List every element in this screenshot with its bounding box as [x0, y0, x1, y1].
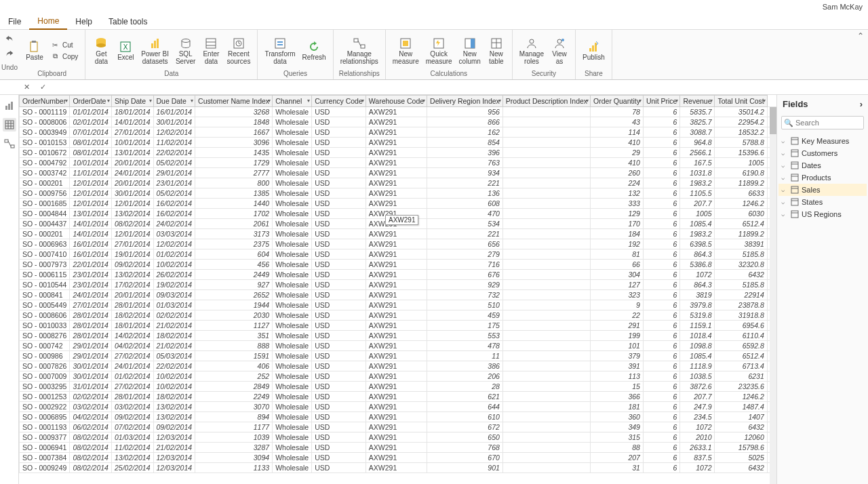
table-cell[interactable]: AXW291	[366, 422, 427, 432]
table-cell[interactable]	[502, 392, 590, 402]
table-cell[interactable]: 16/01/2014	[70, 249, 112, 260]
table-cell[interactable]: 2566.1	[680, 148, 715, 158]
table-row[interactable]: SO - 000738408/02/201413/02/201412/03/20…	[20, 453, 777, 463]
table-cell[interactable]: AXW291	[366, 219, 427, 229]
table-cell[interactable]: 644	[427, 402, 503, 412]
column-filter-icon[interactable]: ▾	[268, 98, 271, 104]
table-cell[interactable]: AXW291	[366, 229, 427, 239]
table-cell[interactable]: USD	[312, 219, 366, 229]
table-cell[interactable]: 9	[591, 300, 644, 310]
table-cell[interactable]: 315	[591, 432, 644, 443]
table-cell[interactable]: 349	[591, 422, 644, 432]
table-cell[interactable]: 27/01/2014	[111, 239, 153, 249]
table-cell[interactable]: 19/01/2014	[111, 249, 153, 260]
table-cell[interactable]: AXW291	[366, 270, 427, 280]
table-cell[interactable]: 02/01/2014	[70, 117, 112, 127]
table-cell[interactable]: 1159.1	[680, 321, 715, 331]
table-cell[interactable]: SO - 0006963	[20, 239, 70, 249]
table-cell[interactable]: 13/02/2014	[111, 270, 153, 280]
table-cell[interactable]: 66	[591, 260, 644, 270]
table-cell[interactable]: 864.3	[680, 280, 715, 290]
table-cell[interactable]: 16/02/2014	[153, 199, 195, 209]
fields-chevron-icon[interactable]: ›	[860, 99, 863, 109]
table-cell[interactable]: 1005	[680, 209, 715, 219]
table-cell[interactable]: AXW291	[366, 249, 427, 260]
table-cell[interactable]: Wholesale	[273, 392, 312, 402]
table-cell[interactable]: 6	[643, 280, 680, 290]
table-cell[interactable]: 24/02/2014	[153, 219, 195, 229]
table-cell[interactable]: 25/02/2014	[111, 463, 153, 473]
table-cell[interactable]: AXW291	[366, 168, 427, 178]
table-cell[interactable]: AXW291	[366, 290, 427, 300]
table-cell[interactable]: AXW291	[366, 402, 427, 412]
table-cell[interactable]: 38391	[715, 239, 767, 249]
table-row[interactable]: SO - 001054423/01/201417/02/201419/02/20…	[20, 280, 777, 290]
table-cell[interactable]: 6	[643, 412, 680, 422]
new-column-button[interactable]: New column	[456, 35, 484, 66]
table-cell[interactable]: 24/01/2014	[111, 168, 153, 178]
table-cell[interactable]: 252	[195, 371, 273, 382]
table-cell[interactable]: USD	[312, 422, 366, 432]
table-row[interactable]: SO - 00020114/01/201412/01/201403/03/201…	[20, 229, 777, 239]
table-cell[interactable]: 06/02/2014	[70, 422, 112, 432]
table-cell[interactable]: AXW291	[366, 321, 427, 331]
table-cell[interactable]: 27/02/2014	[111, 382, 153, 392]
vertical-scrollbar[interactable]	[770, 107, 776, 484]
table-cell[interactable]: 30/01/2014	[70, 361, 112, 371]
table-cell[interactable]: 11899.2	[715, 229, 767, 239]
table-cell[interactable]: 3268	[195, 107, 273, 117]
menu-home[interactable]: Home	[29, 14, 67, 30]
table-cell[interactable]: 12060	[715, 432, 767, 443]
table-cell[interactable]: 6	[643, 168, 680, 178]
table-cell[interactable]: 934	[427, 168, 503, 178]
table-cell[interactable]: SO - 0002922	[20, 402, 70, 412]
table-cell[interactable]: 221	[427, 178, 503, 188]
table-cell[interactable]: USD	[312, 300, 366, 310]
table-cell[interactable]: Wholesale	[273, 107, 312, 117]
column-filter-icon[interactable]: ▾	[307, 98, 310, 104]
table-cell[interactable]: 1105.5	[680, 188, 715, 199]
table-cell[interactable]: 6592.8	[715, 341, 767, 351]
table-cell[interactable]: 175	[427, 321, 503, 331]
table-cell[interactable]: 10/01/2014	[111, 138, 153, 148]
table-cell[interactable]: 16/02/2014	[153, 209, 195, 219]
table-row[interactable]: SO - 000782630/01/201424/01/201422/02/20…	[20, 361, 777, 371]
table-cell[interactable]: SO - 0006115	[20, 270, 70, 280]
view-as-button[interactable]: View as	[548, 35, 571, 66]
model-view-button[interactable]	[3, 137, 16, 150]
table-cell[interactable]: 2061	[195, 219, 273, 229]
table-cell[interactable]: SO - 0005449	[20, 300, 70, 310]
table-cell[interactable]: USD	[312, 463, 366, 473]
table-cell[interactable]: 2449	[195, 270, 273, 280]
table-cell[interactable]: 1702	[195, 209, 273, 219]
table-cell[interactable]: AXW291	[366, 351, 427, 361]
fields-table-item[interactable]: ⌵Sales	[778, 184, 867, 196]
table-cell[interactable]: 5835.7	[680, 107, 715, 117]
table-cell[interactable]: 6	[643, 219, 680, 229]
table-cell[interactable]: 13/02/2014	[153, 412, 195, 422]
fields-table-item[interactable]: ⌵Key Measures	[778, 135, 867, 147]
table-cell[interactable]: 20/01/2014	[111, 178, 153, 188]
table-cell[interactable]: 27/01/2014	[70, 300, 112, 310]
table-cell[interactable]: 10/02/2014	[153, 260, 195, 270]
table-cell[interactable]: 113	[591, 371, 644, 382]
table-cell[interactable]: 114	[591, 127, 644, 138]
table-cell[interactable]: 09/02/2014	[111, 260, 153, 270]
table-cell[interactable]: 22/01/2014	[70, 260, 112, 270]
sql-server-button[interactable]: SQL Server	[173, 35, 198, 66]
table-row[interactable]: SO - 000119306/02/201407/02/201409/02/20…	[20, 422, 777, 432]
table-cell[interactable]: 28/01/2014	[111, 300, 153, 310]
table-row[interactable]: SO - 000374211/01/201424/01/201429/01/20…	[20, 168, 777, 178]
table-cell[interactable]: SO - 000201	[20, 229, 70, 239]
table-cell[interactable]: Wholesale	[273, 290, 312, 300]
table-cell[interactable]: 13/01/2014	[70, 209, 112, 219]
table-cell[interactable]: USD	[312, 371, 366, 382]
table-cell[interactable]: 6	[643, 432, 680, 443]
table-cell[interactable]: 01/02/2014	[111, 371, 153, 382]
new-table-button[interactable]: New table	[485, 35, 508, 66]
table-cell[interactable]: 6	[643, 249, 680, 260]
table-cell[interactable]: 08/02/2014	[111, 219, 153, 229]
table-cell[interactable]	[502, 199, 590, 209]
table-cell[interactable]: USD	[312, 188, 366, 199]
table-cell[interactable]	[502, 443, 590, 453]
